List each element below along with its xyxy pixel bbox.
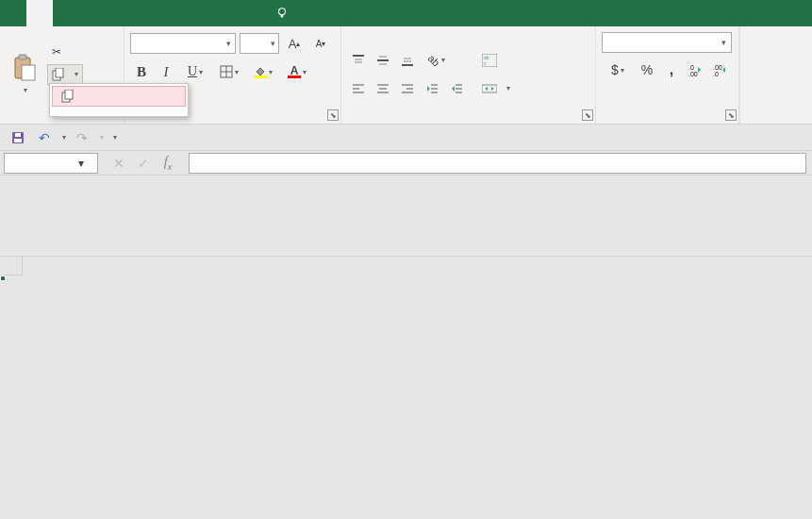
- align-right-button[interactable]: [396, 77, 419, 100]
- italic-button[interactable]: I: [155, 60, 177, 83]
- redo-dropdown[interactable]: ▾: [100, 133, 104, 142]
- merge-icon: [482, 82, 497, 95]
- redo-button[interactable]: ↷: [72, 127, 92, 148]
- font-color-button[interactable]: A ▾: [281, 60, 313, 83]
- lightbulb-icon: [275, 7, 289, 20]
- spreadsheet-grid: [0, 257, 812, 276]
- tab-insert[interactable]: [53, 0, 79, 26]
- alignment-dialog-launcher[interactable]: ⬊: [582, 109, 593, 121]
- decrease-decimal-button[interactable]: .00.0: [709, 59, 732, 81]
- increase-indent-button[interactable]: [445, 77, 468, 100]
- bold-button[interactable]: B: [130, 60, 153, 83]
- name-box-input[interactable]: [5, 157, 71, 170]
- borders-button[interactable]: ▾: [213, 60, 245, 83]
- align-middle-button[interactable]: [372, 49, 394, 72]
- undo-dropdown[interactable]: ▾: [62, 133, 66, 142]
- align-center-button[interactable]: [372, 77, 394, 100]
- chevron-down-icon: ▾: [75, 70, 78, 78]
- decrease-font-button[interactable]: A▾: [309, 32, 332, 55]
- select-all-corner[interactable]: [0, 257, 23, 276]
- svg-text:.0: .0: [713, 71, 719, 76]
- comma-button[interactable]: ,: [660, 59, 683, 81]
- tab-home[interactable]: [26, 0, 53, 26]
- tab-help[interactable]: [211, 0, 238, 26]
- font-name-input[interactable]: [131, 37, 222, 50]
- align-top-button[interactable]: [347, 49, 370, 72]
- blank-area: [0, 176, 812, 257]
- save-icon: [11, 131, 25, 144]
- cancel-formula-button[interactable]: ✕: [108, 152, 130, 175]
- tab-data[interactable]: [132, 0, 158, 26]
- svg-rect-37: [482, 85, 497, 92]
- merge-center-button[interactable]: ▾: [477, 77, 515, 100]
- group-label-number: [602, 118, 733, 124]
- chevron-down-icon[interactable]: ▾: [71, 157, 91, 170]
- svg-text:.00: .00: [688, 71, 698, 76]
- svg-rect-4: [22, 65, 35, 80]
- font-size-combo[interactable]: ▾: [240, 33, 279, 54]
- svg-rect-45: [14, 139, 22, 142]
- quick-access-toolbar: ↶ ▾ ↷ ▾ ▾: [0, 125, 812, 151]
- tab-formulas[interactable]: [106, 0, 132, 26]
- svg-rect-43: [65, 90, 73, 99]
- undo-button[interactable]: ↶: [34, 127, 55, 148]
- save-button[interactable]: [8, 127, 28, 148]
- font-size-input[interactable]: [240, 37, 268, 50]
- copy-icon: [52, 68, 65, 81]
- orientation-button[interactable]: ab▾: [421, 49, 453, 72]
- group-number: ▾ $▾ % , .0.00 .00.0 ⬊: [596, 26, 739, 124]
- align-bottom-button[interactable]: [396, 49, 419, 72]
- chevron-down-icon[interactable]: ▾: [222, 39, 235, 48]
- svg-rect-46: [15, 133, 21, 137]
- percent-button[interactable]: %: [636, 59, 658, 81]
- accounting-format-button[interactable]: $▾: [602, 59, 634, 81]
- tab-file[interactable]: [0, 0, 26, 26]
- tab-acrobat[interactable]: [238, 0, 264, 26]
- fill-handle[interactable]: [0, 276, 6, 281]
- menu-item-copy-as-picture[interactable]: [50, 107, 188, 114]
- cut-button[interactable]: ✂: [47, 42, 83, 62]
- tell-me-search[interactable]: [264, 0, 306, 26]
- number-format-combo[interactable]: ▾: [602, 32, 732, 53]
- menu-item-copy[interactable]: [52, 86, 186, 107]
- group-label-font: [130, 118, 335, 124]
- chevron-down-icon[interactable]: ▾: [718, 38, 731, 47]
- tab-review[interactable]: [158, 0, 185, 26]
- increase-font-button[interactable]: A▴: [283, 32, 306, 55]
- wrap-text-icon: abc: [482, 54, 497, 67]
- group-label-alignment: [347, 118, 589, 124]
- qat-customize[interactable]: ▾: [113, 133, 117, 142]
- svg-point-0: [279, 8, 286, 15]
- chevron-down-icon: ▾: [24, 86, 27, 94]
- wrap-text-button[interactable]: abc: [477, 49, 515, 72]
- number-dialog-launcher[interactable]: ⬊: [725, 109, 737, 121]
- paste-icon: [12, 54, 37, 82]
- chevron-down-icon[interactable]: ▾: [268, 39, 278, 48]
- scissors-icon: ✂: [52, 45, 61, 59]
- font-name-combo[interactable]: ▾: [130, 33, 236, 54]
- copy-dropdown-menu: [49, 83, 189, 117]
- number-format-input[interactable]: [603, 36, 718, 49]
- increase-decimal-button[interactable]: .0.00: [685, 59, 707, 81]
- formula-input[interactable]: [189, 153, 806, 174]
- fill-color-button[interactable]: ▾: [247, 60, 279, 83]
- underline-button[interactable]: U▾: [179, 60, 211, 83]
- paste-button[interactable]: ▾: [6, 30, 43, 118]
- svg-text:.00: .00: [713, 64, 722, 71]
- chevron-down-icon: ▾: [506, 84, 510, 92]
- svg-text:c: c: [484, 60, 487, 66]
- align-left-button[interactable]: [347, 77, 370, 100]
- group-alignment: ab▾ abc ▾: [341, 26, 596, 124]
- svg-rect-6: [56, 68, 63, 77]
- enter-formula-button[interactable]: ✓: [132, 152, 155, 175]
- copy-split-button[interactable]: ▾: [47, 64, 83, 85]
- insert-function-button[interactable]: fx: [157, 152, 179, 175]
- tab-view[interactable]: [185, 0, 211, 26]
- formula-bar: ▾ ✕ ✓ fx: [0, 151, 812, 176]
- svg-rect-1: [281, 15, 284, 18]
- tab-page-layout[interactable]: [79, 0, 106, 26]
- name-box[interactable]: ▾: [4, 153, 98, 174]
- decrease-indent-button[interactable]: [421, 77, 443, 100]
- group-partial-styles: [739, 26, 748, 124]
- font-dialog-launcher[interactable]: ⬊: [327, 109, 339, 121]
